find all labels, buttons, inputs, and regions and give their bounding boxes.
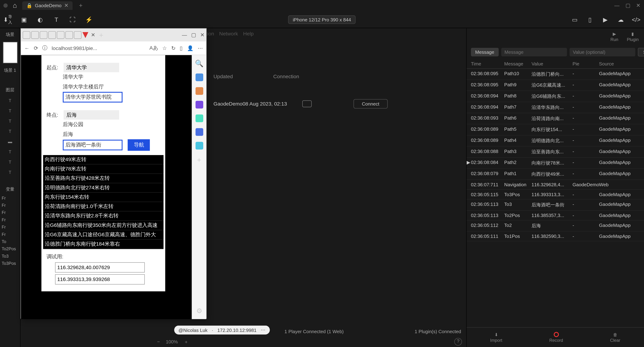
table-row[interactable]: 02:36:08:089Path4沿明德路向北...-GaodeMapApp xyxy=(467,135,644,147)
crop-icon[interactable]: ⛶ xyxy=(68,15,77,24)
tab-icon[interactable] xyxy=(57,31,64,39)
layer-text-icon[interactable]: T xyxy=(0,126,20,136)
close-icon[interactable]: ✕ xyxy=(64,3,68,9)
tab-icon[interactable] xyxy=(23,31,30,39)
table-row[interactable]: 02:36:05:111To1Pos116.382590,3...-GaodeM… xyxy=(467,232,644,241)
bolt-icon[interactable]: ⚡ xyxy=(84,15,93,24)
app-icon[interactable] xyxy=(195,101,203,109)
var-item[interactable]: To xyxy=(0,238,20,245)
start-input[interactable] xyxy=(64,63,119,72)
image-icon[interactable]: ▣ xyxy=(20,15,28,24)
win-max-icon[interactable]: ▢ xyxy=(626,3,630,9)
clear-button[interactable]: 🗑Clear xyxy=(610,332,620,342)
connect-button[interactable]: Connect xyxy=(354,99,388,108)
back-icon[interactable]: ← xyxy=(24,45,30,51)
navigate-button[interactable]: 导航 xyxy=(128,139,150,151)
app-tab[interactable]: 🔒 GaodeDemo ✕ xyxy=(22,1,72,10)
win-close-icon[interactable]: ✕ xyxy=(636,3,640,9)
table-row[interactable]: 02:36:08:088Path3沿至善路向东...-GaodeMapApp xyxy=(467,147,644,158)
var-item[interactable]: Fr xyxy=(0,209,20,216)
suggestion-selected[interactable]: 后海酒吧一条街 xyxy=(63,140,122,150)
table-row[interactable]: 02:36:05:115To3Pos116.393313,3...-GaodeM… xyxy=(467,190,644,200)
win-min-icon[interactable]: — xyxy=(182,32,187,38)
gear-icon[interactable]: ⚙ xyxy=(196,307,202,315)
import-button[interactable]: ⬇Import xyxy=(490,332,502,342)
layer-text-icon[interactable]: T xyxy=(0,96,20,105)
table-row[interactable]: 02:36:05:113To2Pos116.385357,3...-GaodeM… xyxy=(467,211,644,220)
screen-icon[interactable] xyxy=(302,100,312,107)
star-icon[interactable]: ☆ xyxy=(162,45,167,51)
import-icon[interactable]: ⬇导入 xyxy=(4,15,12,24)
debug-input-1[interactable] xyxy=(55,262,145,272)
panel1-icon[interactable]: ▭ xyxy=(570,15,579,24)
mail-icon[interactable] xyxy=(195,128,203,136)
layer-rect-icon[interactable]: ▬ xyxy=(0,137,20,146)
value-input[interactable] xyxy=(570,48,635,57)
phone-icon[interactable]: ▯ xyxy=(586,15,594,24)
active-tab-icon[interactable] xyxy=(82,32,88,38)
sync-icon[interactable]: ↻ xyxy=(171,45,176,51)
table-row[interactable]: 02:36:08:093Path6沿荷清路向南...-GaodeMapApp xyxy=(467,113,644,124)
app-icon[interactable] xyxy=(195,115,203,122)
table-row[interactable]: 02:36:07:711Navigation116.329628,4...Gao… xyxy=(467,180,644,190)
more-icon[interactable]: ⋯ xyxy=(198,45,203,51)
scene-thumb[interactable] xyxy=(3,42,17,63)
split-icon[interactable]: ▯ xyxy=(180,45,183,51)
tab-icon[interactable] xyxy=(66,31,73,39)
layer-text-icon[interactable]: T xyxy=(0,167,20,177)
tab-close-icon[interactable]: ✕ xyxy=(91,32,95,38)
send-button[interactable]: Send xyxy=(638,48,644,57)
table-row[interactable]: 02:36:08:079Path1向西行驶49米...-GaodeMapApp xyxy=(467,169,644,180)
play-icon[interactable]: ▶ xyxy=(601,15,610,24)
reader-icon[interactable]: Aあ xyxy=(150,45,158,52)
var-item[interactable]: To3 xyxy=(0,253,20,259)
var-item[interactable]: To2Pos xyxy=(0,246,20,252)
layer-text-icon[interactable]: T xyxy=(0,116,20,126)
table-row[interactable]: 02:36:08:095Path10沿德胜门桥向...-GaodeMapApp xyxy=(467,69,644,80)
layer-text-icon[interactable]: T xyxy=(0,106,20,115)
new-tab-icon[interactable]: ＋ xyxy=(98,31,104,40)
table-row[interactable]: 02:36:08:094Path7沿清华东路向...-GaodeMapApp xyxy=(467,102,644,113)
tag-icon[interactable] xyxy=(195,74,203,81)
profile-icon[interactable]: 👤 xyxy=(187,45,194,51)
table-row[interactable]: 02:36:08:094Path8沿G6辅路向东...-GaodeMapApp xyxy=(467,91,644,102)
suggestion[interactable]: 后海公园 xyxy=(46,120,160,129)
var-item[interactable]: Fr xyxy=(0,217,20,223)
var-item[interactable]: Fr xyxy=(0,195,20,201)
var-item[interactable]: Fr xyxy=(0,231,20,237)
end-input[interactable] xyxy=(64,110,119,120)
cloud-icon[interactable]: ☁ xyxy=(616,15,625,24)
menu-item[interactable]: Network xyxy=(219,31,238,37)
table-row[interactable]: 02:36:05:113To3后海酒吧一条街-GaodeMapApp xyxy=(467,200,644,211)
win-close-icon[interactable]: ✕ xyxy=(200,32,204,38)
zoom-in-icon[interactable]: ＋ xyxy=(184,338,188,345)
url-field[interactable]: localhost:9981/pie... xyxy=(52,45,145,51)
tab-icon[interactable] xyxy=(74,31,82,39)
win-max-icon[interactable]: ▢ xyxy=(191,32,196,38)
help-icon[interactable]: ? xyxy=(454,338,462,345)
suggestion[interactable]: 清华大学主楼后厅 xyxy=(46,82,160,92)
run-button[interactable]: ▶Run xyxy=(610,32,618,42)
tab-icon[interactable] xyxy=(48,31,56,39)
device-selector[interactable]: iPhone 12/12 Pro 390 x 844 xyxy=(288,15,356,24)
refresh-icon[interactable]: ⟳ xyxy=(34,45,38,51)
suggestion-selected[interactable]: 清华大学苏世民书院 xyxy=(63,92,122,103)
message-input[interactable] xyxy=(501,48,567,57)
suggestion[interactable]: 后海 xyxy=(46,129,160,139)
plugin-button[interactable]: ▮Plugin xyxy=(627,32,638,42)
record-button[interactable]: Record xyxy=(549,332,563,342)
debug-input-2[interactable] xyxy=(55,274,145,284)
table-row[interactable]: ▶02:36:08:084Path2向南行驶78米...-GaodeMapApp xyxy=(467,158,644,169)
win-min-icon[interactable]: — xyxy=(614,3,620,9)
home-icon[interactable]: ⌂ xyxy=(13,2,17,10)
table-row[interactable]: 02:36:08:089Path5向东行驶154...-GaodeMapApp xyxy=(467,124,644,135)
table-row[interactable]: 02:36:08:095Path9沿G6京藏高速...-GaodeMapApp xyxy=(467,80,644,91)
var-item[interactable]: Fr xyxy=(0,224,20,230)
layer-text-icon[interactable]: T xyxy=(0,147,20,156)
new-tab-icon[interactable]: ＋ xyxy=(78,2,84,10)
message-tab[interactable]: Message xyxy=(471,48,499,57)
table-row[interactable]: 02:36:05:112To2后海-GaodeMapApp xyxy=(467,220,644,232)
send-icon[interactable] xyxy=(195,142,203,150)
zoom-out-icon[interactable]: − xyxy=(157,339,160,344)
var-item[interactable]: Fr xyxy=(0,202,20,209)
